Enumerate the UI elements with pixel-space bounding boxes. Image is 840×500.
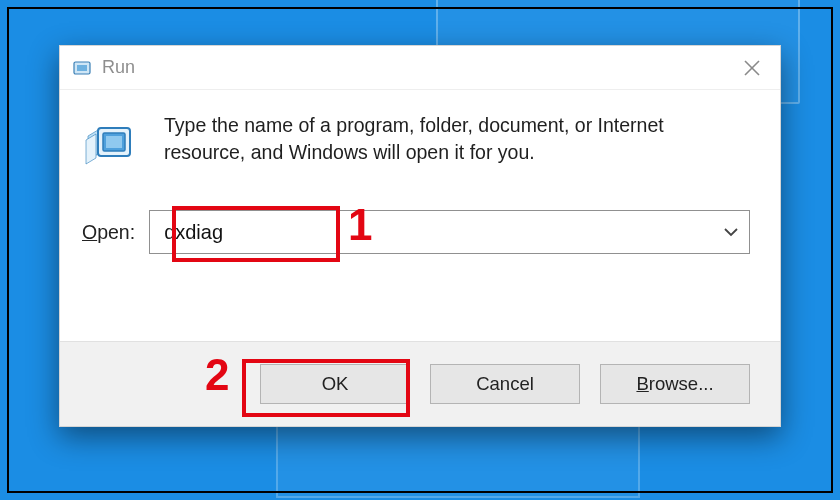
open-combobox[interactable]	[149, 210, 750, 254]
instruction-text: Type the name of a program, folder, docu…	[164, 110, 750, 166]
dialog-body: Type the name of a program, folder, docu…	[60, 90, 780, 341]
browse-button[interactable]: Browse...	[600, 364, 750, 404]
run-icon-small	[72, 59, 94, 77]
close-button[interactable]	[724, 46, 780, 90]
run-icon	[82, 114, 142, 172]
chevron-down-icon[interactable]	[723, 223, 739, 241]
ok-button[interactable]: OK	[260, 364, 410, 404]
dialog-title: Run	[102, 57, 135, 78]
svg-rect-6	[106, 136, 122, 148]
title-bar: Run	[60, 46, 780, 90]
open-label: Open:	[82, 221, 135, 244]
run-dialog: Run	[59, 45, 781, 427]
cancel-button[interactable]: Cancel	[430, 364, 580, 404]
annotation-step-2: 2	[205, 350, 229, 400]
button-bar: 2 OK Cancel Browse...	[60, 341, 780, 426]
svg-rect-1	[77, 65, 87, 71]
open-input[interactable]	[150, 211, 749, 253]
desktop-background: Run	[0, 0, 840, 500]
